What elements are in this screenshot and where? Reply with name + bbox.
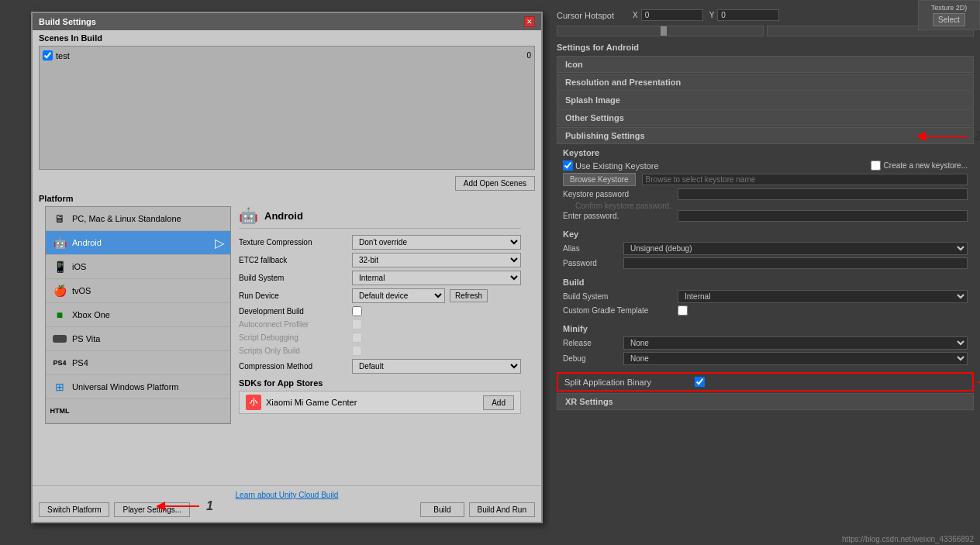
y-input[interactable] bbox=[717, 9, 779, 21]
dialog-footer: Learn about Unity Cloud Build Switch Pla… bbox=[33, 485, 541, 522]
icon-section-header[interactable]: Icon bbox=[557, 56, 974, 73]
platform-pc-label: PC, Mac & Linux Standalone bbox=[72, 214, 181, 223]
platform-item-ios[interactable]: 📱 iOS bbox=[46, 255, 230, 279]
password-key-input[interactable] bbox=[623, 257, 968, 269]
platform-ios-label: iOS bbox=[72, 262, 86, 271]
development-build-checkbox[interactable] bbox=[352, 306, 362, 316]
key-section: Key Alias Unsigned (debug) Password bbox=[550, 226, 980, 274]
use-existing-keystore-checkbox[interactable] bbox=[563, 160, 573, 171]
custom-gradle-checkbox[interactable] bbox=[678, 305, 688, 316]
build-button[interactable]: Build bbox=[420, 502, 464, 517]
slider-handle-left bbox=[661, 26, 667, 36]
dialog-title: Build Settings bbox=[39, 17, 96, 26]
xiaomi-icon: 小 bbox=[246, 395, 261, 410]
switch-platform-button[interactable]: Switch Platform bbox=[39, 502, 109, 517]
other-section-header[interactable]: Other Settings bbox=[557, 109, 974, 126]
password-key-row: Password bbox=[563, 257, 968, 269]
platform-item-android[interactable]: 🤖 Android ▷ bbox=[46, 231, 230, 255]
run-device-select[interactable]: Default device bbox=[352, 288, 445, 303]
split-app-container: Split Application Binary 3 bbox=[550, 372, 980, 392]
script-debugging-checkbox[interactable] bbox=[352, 333, 362, 343]
browse-keystore-row: Browse Keystore bbox=[563, 173, 968, 186]
x-input[interactable] bbox=[641, 9, 703, 21]
watermark: https://blog.csdn.net/weixin_43366892 bbox=[842, 535, 974, 543]
keystore-password-label: Keystore password bbox=[563, 190, 671, 198]
platform-item-tvos[interactable]: 🍎 tvOS bbox=[46, 279, 230, 303]
create-new-keystore-checkbox[interactable] bbox=[871, 160, 881, 171]
add-sdk-button[interactable]: Add bbox=[483, 395, 514, 410]
keystore-section: Keystore Use Existing Keystore Create a … bbox=[550, 145, 980, 226]
enter-password-input[interactable] bbox=[678, 210, 968, 222]
cloud-build-link[interactable]: Learn about Unity Cloud Build bbox=[236, 491, 339, 499]
use-existing-keystore-label[interactable]: Use Existing Keystore bbox=[563, 160, 659, 171]
keystore-path-input[interactable] bbox=[642, 174, 968, 185]
psvita-icon bbox=[52, 331, 67, 347]
build-section-title: Build bbox=[563, 278, 968, 287]
build-system-setting-row: Build System Internal bbox=[563, 290, 968, 303]
add-open-scenes-button[interactable]: Add Open Scenes bbox=[455, 176, 535, 191]
publishing-section-header[interactable]: Publishing Settings bbox=[557, 127, 974, 144]
splash-section-header[interactable]: Splash Image bbox=[557, 91, 974, 109]
alias-select[interactable]: Unsigned (debug) bbox=[623, 242, 968, 255]
scene-item: test 0 bbox=[43, 50, 531, 61]
platform-item-html5[interactable]: HTML bbox=[46, 399, 230, 423]
xiaomi-name: Xiaomi Mi Game Center bbox=[266, 398, 357, 407]
browse-keystore-button[interactable]: Browse Keystore bbox=[563, 173, 636, 186]
scene-checkbox[interactable] bbox=[43, 50, 53, 60]
development-build-row: Development Build bbox=[239, 306, 521, 316]
compression-select[interactable]: Default bbox=[352, 359, 521, 374]
script-debugging-row: Script Debugging bbox=[239, 333, 521, 343]
run-device-label: Run Device bbox=[239, 291, 347, 300]
scenes-in-build-section: Scenes In Build test 0 bbox=[33, 30, 541, 173]
cursor-hotspot-label: Cursor Hotspot bbox=[557, 11, 626, 20]
texture-compression-select[interactable]: Don't override bbox=[352, 235, 521, 250]
create-new-keystore-label: Create a new keystore... bbox=[884, 161, 968, 170]
platform-item-psvita[interactable]: PS Vita bbox=[46, 327, 230, 351]
arrow-2-svg bbox=[917, 129, 971, 144]
close-button[interactable]: ✕ bbox=[524, 16, 535, 27]
sdks-section: SDKs for App Stores 小 Xiaomi Mi Game Cen… bbox=[239, 378, 521, 414]
platform-wrapper: Platform 🖥 PC, Mac & Linux Standalone 🤖 … bbox=[33, 194, 541, 424]
ios-icon: 📱 bbox=[52, 259, 67, 274]
release-minify-row: Release None bbox=[563, 336, 968, 350]
publishing-settings-container: Publishing Settings 2 bbox=[557, 127, 974, 144]
build-system-setting-select[interactable]: Internal bbox=[678, 290, 968, 303]
platform-item-xboxone[interactable]: ■ Xbox One bbox=[46, 303, 230, 327]
alias-label: Alias bbox=[563, 244, 617, 253]
slider-left[interactable] bbox=[557, 26, 764, 36]
platform-item-pc[interactable]: 🖥 PC, Mac & Linux Standalone bbox=[46, 207, 230, 231]
android-platform-title: Android bbox=[264, 210, 303, 222]
build-system-select[interactable]: Internal bbox=[352, 271, 521, 285]
resolution-section-header[interactable]: Resolution and Presentation bbox=[557, 74, 974, 91]
platform-item-ps4[interactable]: PS4 PS4 bbox=[46, 351, 230, 375]
select-button[interactable]: Select bbox=[933, 13, 965, 26]
etc2-fallback-select[interactable]: 32-bit bbox=[352, 253, 521, 267]
split-app-checkbox[interactable] bbox=[695, 377, 705, 387]
confirm-password-hint: Confirm keystore password. bbox=[563, 202, 968, 210]
scenes-title: Scenes In Build bbox=[39, 33, 535, 43]
keystore-password-input[interactable] bbox=[678, 188, 968, 200]
custom-gradle-row: Custom Gradle Template bbox=[563, 305, 968, 316]
uwp-icon: ⊞ bbox=[52, 379, 67, 395]
pc-icon: 🖥 bbox=[52, 211, 67, 226]
keystore-title: Keystore bbox=[563, 148, 968, 157]
refresh-button[interactable]: Refresh bbox=[450, 289, 488, 302]
script-debugging-label: Script Debugging bbox=[239, 333, 347, 342]
custom-gradle-label: Custom Gradle Template bbox=[563, 306, 671, 315]
platform-uwp-label: Universal Windows Platform bbox=[72, 382, 179, 392]
platform-item-uwp[interactable]: ⊞ Universal Windows Platform bbox=[46, 375, 230, 399]
scripts-only-checkbox[interactable] bbox=[352, 346, 362, 356]
autoconnect-profiler-row: Autoconnect Profiler bbox=[239, 319, 521, 329]
texture-compression-label: Texture Compression bbox=[239, 238, 347, 247]
scenes-list: test 0 bbox=[39, 46, 535, 170]
build-and-run-button[interactable]: Build And Run bbox=[469, 502, 535, 517]
debug-minify-select[interactable]: None bbox=[623, 352, 968, 365]
xr-settings-section[interactable]: XR Settings bbox=[557, 393, 974, 410]
debug-label: Debug bbox=[563, 354, 617, 363]
xboxone-icon: ■ bbox=[52, 307, 67, 323]
annotation-num-1: 1 bbox=[206, 499, 213, 513]
sdk-info: 小 Xiaomi Mi Game Center bbox=[246, 395, 357, 410]
platform-tvos-label: tvOS bbox=[72, 286, 91, 295]
autoconnect-profiler-checkbox[interactable] bbox=[352, 319, 362, 329]
release-minify-select[interactable]: None bbox=[623, 336, 968, 350]
